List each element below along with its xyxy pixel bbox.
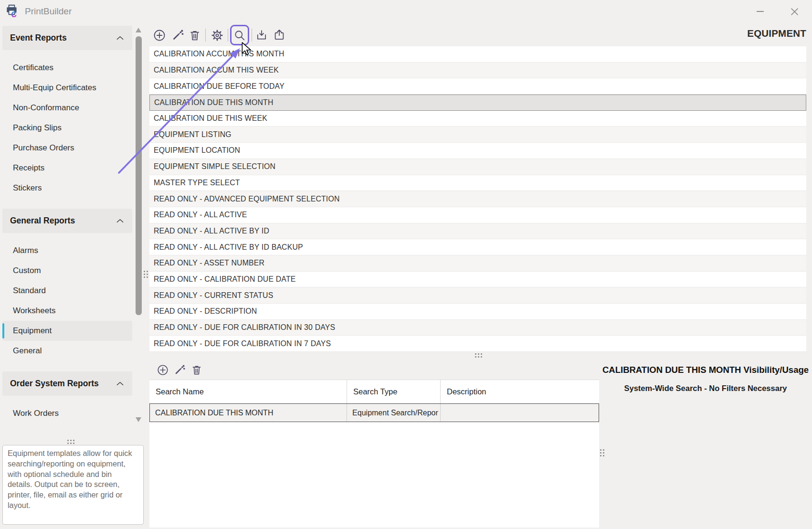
sidebar-item-custom[interactable]: Custom (2, 261, 132, 281)
sidebar-item-non-conformance[interactable]: Non-Conformance (2, 98, 132, 118)
sidebar-section-header-order-system-reports[interactable]: Order System Reports (2, 371, 132, 396)
table-header-row: Search NameSearch TypeDescription (149, 380, 599, 403)
table-row[interactable]: CALIBRATION DUE THIS MONTHEquipment Sear… (149, 403, 599, 422)
search-highlight-box (230, 25, 249, 45)
scrollbar-up-arrow[interactable] (136, 28, 141, 32)
sidebar: Event ReportsCertificatesMulti-Equip Cer… (2, 26, 132, 439)
sidebar-resize-grip[interactable] (67, 440, 74, 444)
sidebar-item-certificates[interactable]: Certificates (2, 58, 132, 78)
list-item[interactable]: READ ONLY - CURRENT STATUS (149, 287, 806, 304)
list-item[interactable]: READ ONLY - DUE FOR CALIBRATION IN 30 DA… (149, 320, 806, 336)
sidebar-item-alarms[interactable]: Alarms (2, 241, 132, 261)
chevron-up-icon (116, 219, 124, 223)
list-drag-grip[interactable] (144, 271, 148, 278)
sidebar-item-multi-equip-certificates[interactable]: Multi-Equip Certificates (2, 78, 132, 98)
sidebar-item-purchase-orders[interactable]: Purchase Orders (2, 138, 132, 158)
import-button[interactable] (255, 29, 268, 42)
export-up-icon (273, 29, 286, 42)
add-search-button[interactable] (157, 364, 169, 376)
edit-template-button[interactable] (171, 29, 184, 42)
close-button[interactable] (783, 0, 806, 23)
list-item[interactable]: CALIBRATION DUE BEFORE TODAY (149, 78, 806, 95)
printbuilder-window: c PrintBuilder Event ReportsCertificates… (0, 0, 812, 529)
table-cell: Equipment Search/Repor (347, 404, 440, 422)
export-button[interactable] (273, 29, 286, 42)
sidebar-item-work-orders[interactable]: Work Orders (2, 403, 132, 423)
list-item[interactable]: CALIBRATION ACCUM THIS WEEK (149, 63, 806, 79)
page-title: EQUIPMENT (747, 23, 806, 44)
sidebar-sections: Event ReportsCertificatesMulti-Equip Cer… (2, 26, 132, 423)
list-item[interactable]: READ ONLY - DESCRIPTION (149, 304, 806, 320)
table-cell: CALIBRATION DUE THIS MONTH (150, 404, 347, 422)
list-item[interactable]: EQUIPMENT LOCATION (149, 143, 806, 159)
close-icon (791, 8, 799, 16)
sidebar-item-general[interactable]: General (2, 341, 132, 361)
list-item[interactable]: EQUIPMENT SIMPLE SELECTION (149, 159, 806, 175)
sidebar-item-receipts[interactable]: Receipts (2, 158, 132, 178)
section-label: Event Reports (10, 33, 116, 43)
list-item[interactable]: READ ONLY - ADVANCED EQUIPMENT SELECTION (149, 191, 806, 207)
splitter-grip[interactable] (475, 353, 482, 358)
list-item[interactable]: READ ONLY - ASSET NUMBER (149, 255, 806, 272)
list-item[interactable]: READ ONLY - ALL ACTIVE BY ID (149, 223, 806, 240)
toolbar-separator (252, 29, 252, 42)
add-circle-icon (157, 364, 169, 376)
table-body: CALIBRATION DUE THIS MONTHEquipment Sear… (149, 403, 599, 422)
window-title: PrintBuilder (25, 0, 72, 23)
section-label: Order System Reports (10, 379, 116, 389)
list-item[interactable]: READ ONLY - ALL ACTIVE BY ID BACKUP (149, 239, 806, 255)
template-description-box: Equipment templates allow for quick sear… (2, 445, 144, 525)
chevron-up-icon (116, 381, 124, 386)
column-header-search-type[interactable]: Search Type (347, 380, 440, 403)
magic-wand-icon (173, 364, 186, 376)
minimize-button[interactable] (749, 0, 771, 23)
magic-wand-icon (171, 29, 184, 42)
right-panel-grip[interactable] (600, 449, 604, 456)
sidebar-item-packing-slips[interactable]: Packing Slips (2, 118, 132, 138)
visibility-panel-title: CALIBRATION DUE THIS MONTH Visibility/Us… (599, 365, 812, 375)
add-circle-icon (153, 29, 166, 42)
visibility-panel: CALIBRATION DUE THIS MONTH Visibility/Us… (599, 356, 812, 393)
minimize-icon (757, 11, 764, 12)
import-down-icon (255, 29, 268, 42)
sidebar-item-stickers[interactable]: Stickers (2, 178, 132, 198)
settings-button[interactable] (211, 29, 224, 42)
sidebar-section-header-general-reports[interactable]: General Reports (2, 209, 132, 233)
title-bar: c PrintBuilder (0, 0, 812, 23)
column-header-description[interactable]: Description (440, 380, 599, 403)
scrollbar-down-arrow[interactable] (136, 417, 141, 422)
add-template-button[interactable] (153, 29, 166, 42)
list-item[interactable]: MASTER TYPE SELECT (149, 175, 806, 191)
gear-icon (211, 29, 224, 42)
app-logo-icon: c (6, 4, 22, 20)
list-item[interactable]: EQUIPMENT LISTING (149, 127, 806, 143)
list-item[interactable]: CALIBRATION DUE THIS MONTH (149, 95, 806, 111)
trash-icon (188, 29, 201, 42)
delete-template-button[interactable] (188, 29, 201, 42)
sidebar-item-standard[interactable]: Standard (2, 281, 132, 301)
template-list: CALIBRATION ACCUM THIS MONTHCALIBRATION … (149, 46, 806, 352)
app-logo-c: c (11, 9, 17, 19)
searches-table: Search NameSearch TypeDescription CALIBR… (149, 380, 599, 528)
list-item[interactable]: CALIBRATION DUE THIS WEEK (149, 111, 806, 127)
toolbar-separator (205, 29, 206, 42)
toolbar-separator (228, 29, 228, 42)
list-item[interactable]: READ ONLY - ALL ACTIVE (149, 207, 806, 223)
section-label: General Reports (10, 216, 116, 226)
sidebar-item-worksheets[interactable]: Worksheets (2, 301, 132, 321)
list-item[interactable]: CALIBRATION ACCUM THIS MONTH (149, 46, 806, 63)
trash-icon (190, 364, 203, 376)
edit-search-button[interactable] (173, 364, 186, 376)
column-header-search-name[interactable]: Search Name (149, 380, 347, 403)
scrollbar-thumb[interactable] (136, 36, 142, 315)
table-cell (440, 404, 599, 422)
sidebar-item-equipment[interactable]: Equipment (2, 321, 132, 341)
delete-search-button[interactable] (190, 364, 203, 376)
sidebar-section-header-event-reports[interactable]: Event Reports (2, 26, 132, 50)
list-item[interactable]: READ ONLY - DUE FOR CALIBRATION IN 7 DAY… (149, 336, 806, 352)
chevron-up-icon (116, 36, 124, 40)
visibility-panel-subtitle: System-Wide Search - No Filters Necessar… (599, 384, 812, 393)
list-item[interactable]: READ ONLY - CALIBRATION DUE DATE (149, 272, 806, 288)
